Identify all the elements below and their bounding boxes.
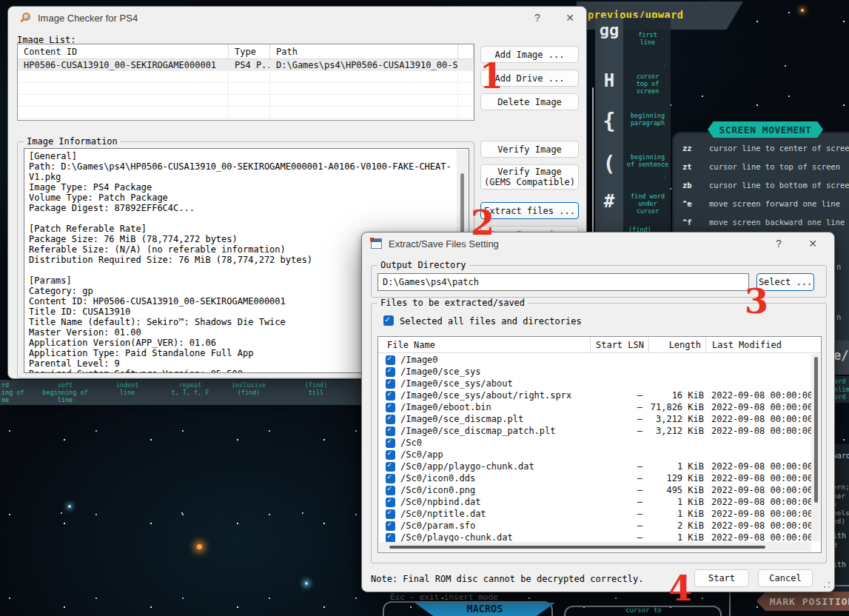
vim-key-desc: first line	[625, 31, 671, 46]
file-last-modified: 2022-09-08 00:00:00	[705, 461, 811, 472]
file-row[interactable]: /Sc0/icon0.png—495 KiB2022-09-08 00:00:0…	[378, 484, 811, 496]
sm-key: zz	[682, 144, 692, 153]
empty-row	[18, 71, 474, 83]
image-list-header[interactable]: Content ID Type Path	[18, 44, 474, 59]
file-row[interactable]: /Image0/eboot.bin—71,826 KiB2022-09-08 0…	[378, 401, 811, 413]
row-checkbox[interactable]	[386, 391, 395, 401]
vim-key-desc: beginning paragraph	[625, 112, 671, 127]
file-table-vscrollbar[interactable]	[811, 354, 820, 541]
column-header[interactable]: Content ID	[18, 44, 229, 59]
file-name: /Sc0/app/playgo-chunk.dat	[400, 461, 534, 472]
row-checkbox[interactable]	[386, 509, 395, 519]
file-table-hthumb[interactable]	[389, 546, 765, 549]
file-row[interactable]: /Sc0/app/playgo-chunk.dat—1 KiB2022-09-0…	[378, 461, 811, 472]
row-checkbox[interactable]	[386, 379, 395, 389]
file-row[interactable]: /Sc0/param.sfo—2 KiB2022-09-08 00:00:00	[378, 520, 811, 532]
column-header-length[interactable]: Length	[648, 337, 705, 353]
verify-image-gems-button[interactable]: Verify Image (GEMS Compatible)	[480, 164, 579, 190]
cancel-button[interactable]: Cancel	[758, 569, 813, 587]
sm-desc: cursor line to center of screen	[709, 144, 849, 153]
file-length: 495 KiB	[648, 485, 705, 495]
row-checkbox[interactable]	[386, 415, 395, 424]
vim-key-desc: find word under cursor	[625, 192, 671, 215]
resize-grip[interactable]	[823, 581, 830, 589]
file-start-lsn: —	[590, 414, 648, 424]
column-header-last-modified[interactable]: Last Modified	[705, 337, 821, 353]
column-header[interactable]: Type	[229, 44, 270, 59]
file-start-lsn: —	[590, 426, 648, 436]
title-bar[interactable]: Image Checker for PS4 ? ✕	[8, 7, 586, 29]
image-information-label: Image Information	[24, 136, 121, 147]
row-checkbox[interactable]	[386, 521, 395, 531]
file-start-lsn: —	[590, 473, 648, 483]
file-last-modified: 2022-09-08 00:00:00	[705, 390, 811, 401]
image-list-table[interactable]: Content ID Type Path HP0506-CUSA13910_00…	[17, 44, 474, 121]
row-checkbox[interactable]	[386, 498, 395, 507]
file-last-modified: 2022-09-08 00:00:00	[705, 532, 811, 542]
dialog-help-button[interactable]: ?	[768, 236, 790, 251]
file-row[interactable]: /Sc0/playgo-chunk.dat—1 KiB2022-09-08 00…	[378, 532, 811, 542]
sm-key: zb	[682, 181, 692, 190]
column-header-file-name[interactable]: File Name	[378, 340, 590, 350]
row-checkbox[interactable]	[386, 486, 395, 495]
extract-files-button[interactable]: Extract files ...	[480, 202, 579, 219]
select-all-label: Selected all files and directories	[400, 316, 582, 327]
dialog-close-button[interactable]: ✕	[802, 236, 824, 251]
sm-desc: cursor line to top of screen	[709, 162, 840, 171]
file-table-header[interactable]: File Name Start LSN Length Last Modified	[378, 337, 821, 353]
file-table[interactable]: File Name Start LSN Length Last Modified…	[377, 336, 822, 553]
output-directory-input[interactable]: D:\Games\ps4\patch	[377, 273, 749, 291]
image-list-row[interactable]: HP0506-CUSA13910_00-SEKIROGAME000001 PS4…	[18, 59, 474, 71]
file-row[interactable]: /Image0/sce_sys	[378, 366, 811, 378]
sm-desc: move screen backward one line	[709, 218, 845, 227]
file-row[interactable]: /Sc0/npbind.dat—1 KiB2022-09-08 00:00:00	[378, 496, 811, 508]
file-row[interactable]: /Sc0/icon0.dds—129 KiB2022-09-08 00:00:0…	[378, 472, 811, 484]
file-row[interactable]: /Sc0/app	[378, 449, 811, 461]
row-checkbox[interactable]	[386, 474, 395, 483]
file-row[interactable]: /Image0/sce_discmap_patch.plt—3,212 KiB2…	[378, 425, 811, 437]
window-title: Image Checker for PS4	[38, 13, 138, 24]
file-table-hscrollbar[interactable]	[379, 542, 811, 552]
file-row[interactable]: /Image0	[378, 354, 811, 366]
file-name: /Image0/eboot.bin	[400, 402, 491, 412]
bright-star	[68, 505, 71, 508]
file-last-modified: 2022-09-08 00:00:00	[705, 473, 811, 483]
help-button[interactable]: ?	[526, 10, 548, 25]
select-all-checkbox[interactable]	[383, 315, 394, 326]
winforms-app-icon	[371, 238, 382, 249]
close-button[interactable]: ✕	[559, 10, 581, 25]
file-row[interactable]: /Image0/sce_sys/about/right.sprx—16 KiB2…	[378, 389, 811, 401]
row-checkbox[interactable]	[386, 450, 395, 460]
file-name: /Sc0/playgo-chunk.dat	[400, 532, 513, 542]
column-header[interactable]: Path	[270, 44, 458, 59]
empty-row	[18, 107, 474, 118]
file-length: 1 KiB	[648, 532, 705, 542]
files-group-label: Files to be extracted/saved	[377, 298, 528, 308]
cheatsheet-panel-edge	[592, 87, 594, 235]
file-name: /Image0/sce_discmap_patch.plt	[400, 426, 556, 436]
row-checkbox[interactable]	[386, 367, 395, 377]
row-checkbox[interactable]	[386, 533, 395, 543]
file-table-vthumb[interactable]	[814, 357, 818, 503]
file-row[interactable]: /Image0/sce_discmap.plt—3,212 KiB2022-09…	[378, 413, 811, 425]
verify-image-button[interactable]: Verify Image	[480, 141, 579, 158]
file-row[interactable]: /Sc0	[378, 437, 811, 449]
row-checkbox[interactable]	[386, 438, 395, 448]
row-checkbox[interactable]	[386, 462, 395, 472]
row-checkbox[interactable]	[386, 355, 395, 365]
file-name: /Image0/sce_sys/about/right.sprx	[400, 390, 571, 401]
vim-key-(: (	[595, 152, 623, 176]
annotation-4: 4	[668, 572, 692, 606]
start-button[interactable]: Start	[694, 569, 749, 587]
file-row[interactable]: /Sc0/nptitle.dat—1 KiB2022-09-08 00:00:0…	[378, 508, 811, 520]
file-row[interactable]: /Image0/sce_sys/about	[378, 378, 811, 389]
file-last-modified: 2022-09-08 00:00:00	[705, 509, 811, 519]
file-length: 1 KiB	[648, 509, 705, 519]
annotation-1: 1	[480, 59, 503, 93]
column-header-start-lsn[interactable]: Start LSN	[590, 337, 648, 353]
vim-key-{: {	[595, 109, 623, 133]
file-name: /Sc0	[400, 438, 422, 448]
row-checkbox[interactable]	[386, 426, 395, 436]
row-checkbox[interactable]	[386, 403, 395, 412]
dialog-title-bar[interactable]: Extract/Save Files Setting ? ✕	[362, 232, 834, 255]
